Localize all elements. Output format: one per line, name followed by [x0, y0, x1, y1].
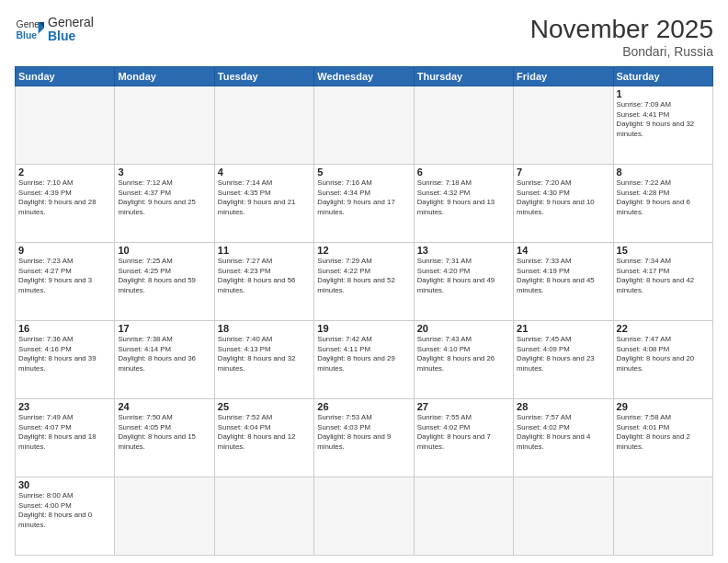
calendar-cell: 12Sunrise: 7:29 AMSunset: 4:22 PMDayligh… [314, 243, 414, 321]
calendar-cell [613, 477, 712, 556]
calendar-cell: 27Sunrise: 7:55 AMSunset: 4:02 PMDayligh… [414, 399, 513, 477]
day-number: 26 [317, 401, 410, 412]
header: General Blue General Blue November 2025 … [15, 15, 713, 59]
calendar-cell [16, 86, 115, 165]
calendar-cell [414, 86, 513, 165]
calendar-cell: 30Sunrise: 8:00 AMSunset: 4:00 PMDayligh… [16, 477, 115, 556]
calendar-cell: 21Sunrise: 7:45 AMSunset: 4:09 PMDayligh… [514, 321, 613, 399]
day-info: Sunrise: 7:12 AMSunset: 4:37 PMDaylight:… [118, 178, 210, 217]
calendar-cell: 5Sunrise: 7:16 AMSunset: 4:34 PMDaylight… [314, 165, 414, 243]
day-number: 25 [218, 401, 311, 412]
day-header-monday: Monday [115, 67, 214, 86]
calendar-cell: 20Sunrise: 7:43 AMSunset: 4:10 PMDayligh… [414, 321, 513, 399]
day-number: 18 [218, 323, 311, 334]
day-number: 17 [118, 323, 210, 334]
calendar-cell [115, 477, 214, 556]
calendar-cell: 19Sunrise: 7:42 AMSunset: 4:11 PMDayligh… [314, 321, 414, 399]
day-number: 13 [417, 245, 510, 256]
day-info: Sunrise: 7:20 AMSunset: 4:30 PMDaylight:… [517, 178, 609, 217]
calendar-week-5: 23Sunrise: 7:49 AMSunset: 4:07 PMDayligh… [16, 399, 713, 477]
calendar-cell: 22Sunrise: 7:47 AMSunset: 4:08 PMDayligh… [613, 321, 712, 399]
day-header-friday: Friday [514, 67, 613, 86]
day-info: Sunrise: 7:43 AMSunset: 4:10 PMDaylight:… [417, 335, 510, 373]
calendar-cell: 1Sunrise: 7:09 AMSunset: 4:41 PMDaylight… [613, 86, 712, 165]
calendar-cell [214, 86, 313, 165]
day-info: Sunrise: 7:49 AMSunset: 4:07 PMDaylight:… [18, 413, 111, 452]
day-info: Sunrise: 7:34 AMSunset: 4:17 PMDaylight:… [617, 257, 710, 295]
title-block: November 2025 Bondari, Russia [530, 15, 713, 59]
calendar-cell: 18Sunrise: 7:40 AMSunset: 4:13 PMDayligh… [214, 321, 313, 399]
calendar-week-1: 1Sunrise: 7:09 AMSunset: 4:41 PMDaylight… [16, 86, 713, 165]
day-number: 9 [18, 245, 111, 256]
day-number: 12 [317, 245, 410, 256]
day-info: Sunrise: 7:31 AMSunset: 4:20 PMDaylight:… [417, 257, 510, 295]
day-info: Sunrise: 7:33 AMSunset: 4:19 PMDaylight:… [517, 257, 609, 295]
day-number: 22 [617, 323, 710, 334]
calendar-cell [314, 477, 414, 556]
calendar-cell [115, 86, 214, 165]
calendar-cell: 26Sunrise: 7:53 AMSunset: 4:03 PMDayligh… [314, 399, 414, 477]
day-number: 15 [617, 245, 710, 256]
day-number: 7 [517, 167, 609, 178]
calendar-cell [314, 86, 414, 165]
calendar-cell: 23Sunrise: 7:49 AMSunset: 4:07 PMDayligh… [16, 399, 115, 477]
calendar-week-3: 9Sunrise: 7:23 AMSunset: 4:27 PMDaylight… [16, 243, 713, 321]
day-info: Sunrise: 7:40 AMSunset: 4:13 PMDaylight:… [218, 335, 311, 373]
day-info: Sunrise: 7:55 AMSunset: 4:02 PMDaylight:… [417, 413, 510, 452]
day-number: 3 [118, 167, 210, 178]
calendar-cell: 29Sunrise: 7:58 AMSunset: 4:01 PMDayligh… [613, 399, 712, 477]
day-number: 16 [18, 323, 111, 334]
day-info: Sunrise: 7:57 AMSunset: 4:02 PMDaylight:… [517, 413, 609, 452]
calendar-cell: 3Sunrise: 7:12 AMSunset: 4:37 PMDaylight… [115, 165, 214, 243]
day-info: Sunrise: 7:18 AMSunset: 4:32 PMDaylight:… [417, 178, 510, 217]
day-info: Sunrise: 7:38 AMSunset: 4:14 PMDaylight:… [118, 335, 210, 373]
day-info: Sunrise: 7:45 AMSunset: 4:09 PMDaylight:… [517, 335, 609, 373]
calendar-header-row: SundayMondayTuesdayWednesdayThursdayFrid… [16, 67, 713, 86]
day-info: Sunrise: 7:14 AMSunset: 4:35 PMDaylight:… [218, 178, 311, 217]
calendar-cell: 25Sunrise: 7:52 AMSunset: 4:04 PMDayligh… [214, 399, 313, 477]
page: General Blue General Blue November 2025 … [0, 0, 728, 563]
day-info: Sunrise: 7:47 AMSunset: 4:08 PMDaylight:… [617, 335, 710, 373]
day-number: 2 [18, 167, 111, 178]
calendar-week-6: 30Sunrise: 8:00 AMSunset: 4:00 PMDayligh… [16, 477, 713, 556]
day-info: Sunrise: 7:10 AMSunset: 4:39 PMDaylight:… [18, 178, 111, 217]
day-info: Sunrise: 8:00 AMSunset: 4:00 PMDaylight:… [18, 491, 111, 530]
day-number: 11 [218, 245, 311, 256]
day-info: Sunrise: 7:42 AMSunset: 4:11 PMDaylight:… [317, 335, 410, 373]
day-number: 23 [18, 401, 111, 412]
day-number: 1 [617, 88, 710, 99]
calendar-cell: 28Sunrise: 7:57 AMSunset: 4:02 PMDayligh… [514, 399, 613, 477]
calendar-table: SundayMondayTuesdayWednesdayThursdayFrid… [15, 66, 713, 556]
day-number: 8 [617, 167, 710, 178]
logo-blue-text: Blue [48, 29, 94, 43]
day-number: 10 [118, 245, 210, 256]
day-info: Sunrise: 7:58 AMSunset: 4:01 PMDaylight:… [617, 413, 710, 452]
day-number: 6 [417, 167, 510, 178]
day-info: Sunrise: 7:16 AMSunset: 4:34 PMDaylight:… [317, 178, 410, 217]
calendar-cell [414, 477, 513, 556]
day-header-thursday: Thursday [414, 67, 513, 86]
calendar-cell: 11Sunrise: 7:27 AMSunset: 4:23 PMDayligh… [214, 243, 313, 321]
day-header-tuesday: Tuesday [214, 67, 313, 86]
day-info: Sunrise: 7:27 AMSunset: 4:23 PMDaylight:… [218, 257, 311, 295]
calendar-cell: 13Sunrise: 7:31 AMSunset: 4:20 PMDayligh… [414, 243, 513, 321]
day-header-wednesday: Wednesday [314, 67, 414, 86]
day-info: Sunrise: 7:09 AMSunset: 4:41 PMDaylight:… [617, 100, 710, 139]
day-info: Sunrise: 7:23 AMSunset: 4:27 PMDaylight:… [18, 257, 111, 295]
day-info: Sunrise: 7:29 AMSunset: 4:22 PMDaylight:… [317, 257, 410, 295]
day-info: Sunrise: 7:50 AMSunset: 4:05 PMDaylight:… [118, 413, 210, 452]
day-info: Sunrise: 7:53 AMSunset: 4:03 PMDaylight:… [317, 413, 410, 452]
calendar-cell [514, 86, 613, 165]
calendar-cell: 9Sunrise: 7:23 AMSunset: 4:27 PMDaylight… [16, 243, 115, 321]
day-number: 27 [417, 401, 510, 412]
day-number: 21 [517, 323, 609, 334]
location: Bondari, Russia [530, 44, 713, 59]
calendar-cell: 16Sunrise: 7:36 AMSunset: 4:16 PMDayligh… [16, 321, 115, 399]
month-title: November 2025 [530, 15, 713, 44]
calendar-cell: 24Sunrise: 7:50 AMSunset: 4:05 PMDayligh… [115, 399, 214, 477]
calendar-week-4: 16Sunrise: 7:36 AMSunset: 4:16 PMDayligh… [16, 321, 713, 399]
calendar-week-2: 2Sunrise: 7:10 AMSunset: 4:39 PMDaylight… [16, 165, 713, 243]
svg-text:Blue: Blue [17, 30, 38, 40]
calendar-cell [214, 477, 313, 556]
day-number: 28 [517, 401, 609, 412]
